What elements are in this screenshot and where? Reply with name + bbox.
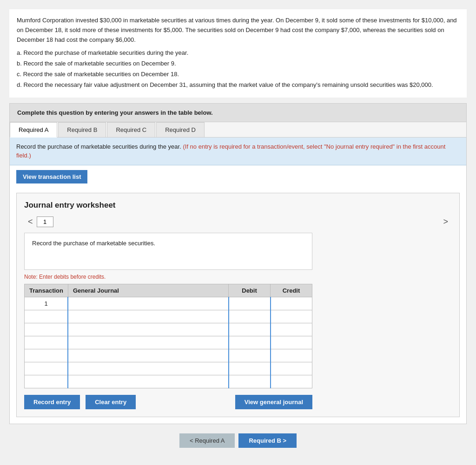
task-b: b. Record the sale of marketable securit… — [17, 59, 459, 69]
clear-entry-button[interactable]: Clear entry — [86, 395, 136, 409]
credit-input-3[interactable] — [271, 336, 312, 349]
table-row — [25, 323, 312, 336]
credit-input-4[interactable] — [271, 349, 312, 362]
transaction-cell-6 — [25, 375, 68, 388]
debit-cell-0[interactable] — [229, 297, 271, 310]
tab-required-a[interactable]: Required A — [10, 122, 57, 138]
general-journal-cell-2[interactable] — [68, 323, 228, 336]
table-row — [25, 349, 312, 362]
transaction-cell-1 — [25, 310, 68, 323]
task-list: a. Record the purchase of marketable sec… — [17, 48, 459, 90]
general-journal-input-4[interactable] — [68, 349, 228, 362]
table-row — [25, 310, 312, 323]
debit-input-5[interactable] — [229, 362, 270, 375]
debit-input-0[interactable] — [229, 297, 270, 310]
debit-input-4[interactable] — [229, 349, 270, 362]
credit-input-1[interactable] — [271, 310, 312, 323]
debit-cell-5[interactable] — [229, 362, 271, 375]
debit-cell-6[interactable] — [229, 375, 271, 388]
banner-text: Complete this question by entering your … — [17, 109, 213, 116]
credit-input-6[interactable] — [271, 375, 312, 388]
general-journal-cell-4[interactable] — [68, 349, 228, 362]
record-entry-button[interactable]: Record entry — [24, 395, 80, 409]
tabs-container: Required A Required B Required C Require… — [9, 122, 467, 424]
general-journal-cell-3[interactable] — [68, 336, 228, 349]
transaction-cell-0: 1 — [25, 297, 68, 310]
instruction-normal: Record the purchase of marketable securi… — [16, 143, 181, 150]
bottom-buttons-row: Record entry Clear entry View general jo… — [24, 395, 312, 409]
debit-input-6[interactable] — [229, 375, 270, 388]
prev-page-button[interactable]: < — [24, 217, 37, 227]
general-journal-input-2[interactable] — [68, 323, 228, 336]
general-journal-input-1[interactable] — [68, 310, 228, 323]
credit-input-5[interactable] — [271, 362, 312, 375]
page-nav-row: < > — [24, 216, 452, 227]
col-header-credit: Credit — [271, 284, 312, 297]
prev-required-button[interactable]: < Required A — [179, 433, 235, 448]
worksheet-container: Journal entry worksheet < > Record the p… — [16, 193, 460, 417]
credit-cell-2[interactable] — [271, 323, 312, 336]
col-header-debit: Debit — [229, 284, 271, 297]
next-page-button[interactable]: > — [439, 217, 452, 227]
general-journal-cell-0[interactable] — [68, 297, 228, 310]
debit-input-3[interactable] — [229, 336, 270, 349]
debit-cell-1[interactable] — [229, 310, 271, 323]
credit-cell-6[interactable] — [271, 375, 312, 388]
view-transaction-button[interactable]: View transaction list — [16, 170, 87, 183]
table-row — [25, 336, 312, 349]
credit-cell-4[interactable] — [271, 349, 312, 362]
tabs-row: Required A Required B Required C Require… — [10, 122, 466, 138]
bottom-nav: < Required A Required B > — [9, 433, 467, 448]
tab-required-c[interactable]: Required C — [107, 122, 155, 137]
general-journal-cell-1[interactable] — [68, 310, 228, 323]
table-row — [25, 362, 312, 375]
task-c: c. Record the sale of marketable securit… — [17, 70, 459, 79]
tab-required-d[interactable]: Required D — [156, 122, 205, 137]
general-journal-input-6[interactable] — [68, 375, 228, 388]
complete-banner: Complete this question by entering your … — [9, 103, 467, 122]
general-journal-input-0[interactable] — [68, 297, 228, 310]
table-row — [25, 375, 312, 388]
entry-description-text: Record the purchase of marketable securi… — [32, 240, 155, 247]
credit-cell-0[interactable] — [271, 297, 312, 310]
col-header-general-journal: General Journal — [68, 284, 228, 297]
debit-input-1[interactable] — [229, 310, 270, 323]
problem-text: Mumford Corporation invested $30,000 in … — [9, 9, 467, 98]
instruction-bar: Record the purchase of marketable securi… — [10, 138, 466, 165]
journal-table: Transaction General Journal Debit Credit… — [24, 284, 312, 388]
debit-cell-2[interactable] — [229, 323, 271, 336]
debit-cell-4[interactable] — [229, 349, 271, 362]
general-journal-input-3[interactable] — [68, 336, 228, 349]
table-row: 1 — [25, 297, 312, 310]
credit-input-0[interactable] — [271, 297, 312, 310]
transaction-cell-3 — [25, 336, 68, 349]
task-a: a. Record the purchase of marketable sec… — [17, 48, 459, 58]
general-journal-input-5[interactable] — [68, 362, 228, 375]
credit-cell-1[interactable] — [271, 310, 312, 323]
general-journal-cell-5[interactable] — [68, 362, 228, 375]
tab-required-b[interactable]: Required B — [58, 122, 106, 137]
worksheet-title: Journal entry worksheet — [24, 201, 452, 210]
general-journal-cell-6[interactable] — [68, 375, 228, 388]
col-header-transaction: Transaction — [25, 284, 68, 297]
credit-input-2[interactable] — [271, 323, 312, 336]
transaction-cell-4 — [25, 349, 68, 362]
credit-cell-3[interactable] — [271, 336, 312, 349]
credit-cell-5[interactable] — [271, 362, 312, 375]
task-d: d. Record the necessary fair value adjus… — [17, 80, 459, 90]
view-general-journal-button[interactable]: View general journal — [235, 395, 312, 409]
debit-input-2[interactable] — [229, 323, 270, 336]
problem-paragraph: Mumford Corporation invested $30,000 in … — [17, 16, 459, 45]
transaction-cell-5 — [25, 362, 68, 375]
note-text: Note: Enter debits before credits. — [24, 274, 452, 280]
transaction-cell-2 — [25, 323, 68, 336]
next-required-button[interactable]: Required B > — [238, 433, 297, 448]
page-number-input[interactable] — [37, 216, 53, 227]
entry-description-box: Record the purchase of marketable securi… — [24, 233, 312, 270]
debit-cell-3[interactable] — [229, 336, 271, 349]
